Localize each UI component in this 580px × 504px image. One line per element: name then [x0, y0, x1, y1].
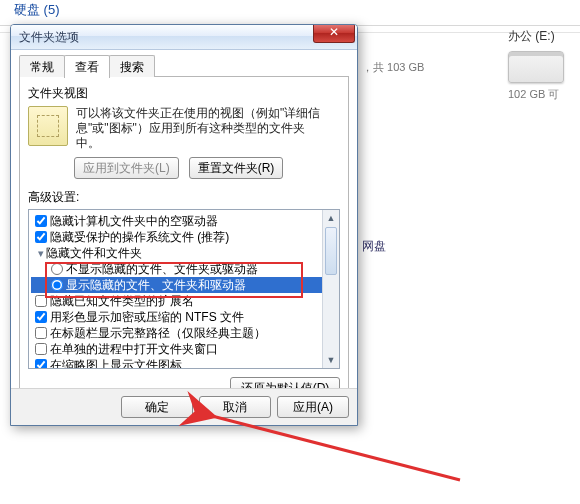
svg-line-0 [212, 416, 460, 480]
tab-view[interactable]: 查看 [64, 55, 110, 78]
